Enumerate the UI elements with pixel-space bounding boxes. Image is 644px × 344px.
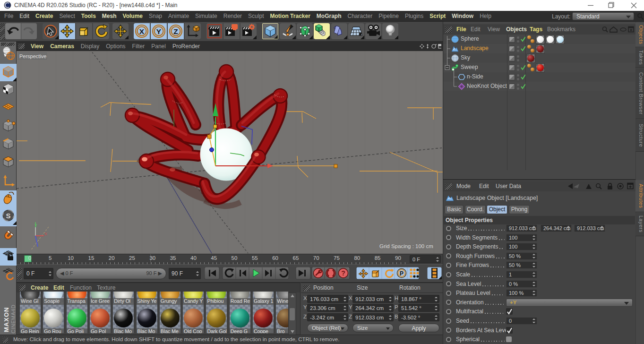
svg-text:P: P bbox=[400, 270, 404, 277]
svg-text:?: ? bbox=[341, 269, 345, 277]
svg-text:Y: Y bbox=[34, 223, 37, 228]
svg-text:Perspective: Perspective bbox=[19, 53, 46, 59]
svg-text:S: S bbox=[6, 212, 10, 220]
svg-text:Z: Z bbox=[173, 27, 178, 35]
svg-text:X: X bbox=[139, 27, 145, 35]
svg-text:Grid Spacing : 100 cm: Grid Spacing : 100 cm bbox=[379, 243, 433, 249]
svg-text:Y: Y bbox=[156, 27, 162, 35]
svg-text:X: X bbox=[44, 232, 47, 236]
